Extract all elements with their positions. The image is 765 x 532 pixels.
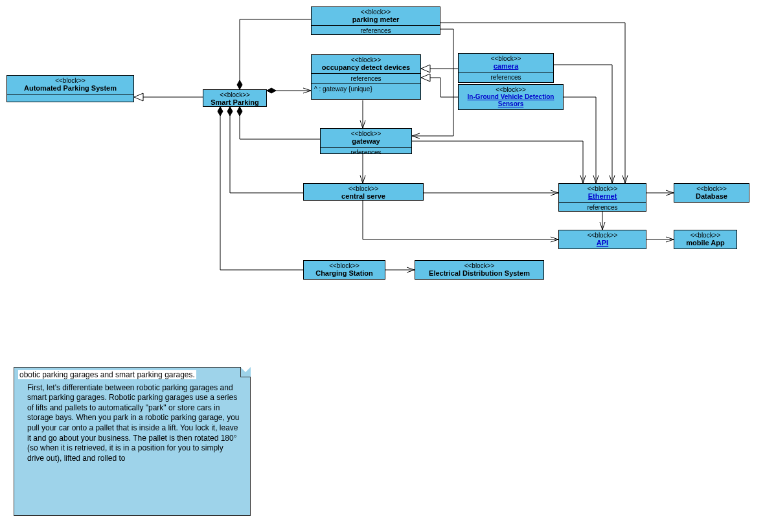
block-name: occupancy detect devices — [312, 63, 420, 73]
block-parking-meter[interactable]: <<block>> parking meter references — [311, 6, 440, 35]
block-central-serve[interactable]: <<block>> central serve — [303, 183, 424, 201]
note-robotic-vs-smart[interactable]: obotic parking garages and smart parking… — [14, 367, 251, 516]
block-name: Electrical Distribution System — [415, 269, 543, 279]
stereotype: <<block>> — [312, 7, 440, 16]
stereotype: <<block>> — [459, 54, 553, 62]
stereotype: <<block>> — [459, 85, 563, 93]
note-body: First, let's differentiate between robot… — [18, 381, 246, 464]
block-name: Database — [674, 192, 749, 202]
stereotype: <<block>> — [203, 90, 266, 98]
stereotype: <<block>> — [304, 261, 385, 269]
references-label: references — [312, 26, 440, 36]
block-in-ground-sensors[interactable]: <<block>> In-Ground Vehicle Detection Se… — [458, 84, 564, 110]
references-label: references — [312, 74, 420, 83]
property-gateway-unique: ^ : gateway {unique} — [312, 84, 420, 94]
block-name: In-Ground Vehicle Detection Sensors — [459, 93, 563, 109]
block-name: Ethernet — [559, 192, 646, 202]
block-occupancy-detect-devices[interactable]: <<block>> occupancy detect devices refer… — [311, 54, 421, 100]
stereotype: <<block>> — [415, 261, 543, 269]
block-mobile-app[interactable]: <<block>> mobile App — [674, 230, 737, 249]
note-title: obotic parking garages and smart parking… — [18, 370, 196, 379]
stereotype: <<block>> — [7, 76, 133, 84]
block-database[interactable]: <<block>> Database — [674, 183, 749, 203]
block-name: Smart Parking — [203, 98, 266, 108]
stereotype: <<block>> — [559, 184, 646, 192]
stereotype: <<block>> — [674, 230, 736, 239]
stereotype: <<block>> — [674, 184, 749, 192]
block-name: Charging Station — [304, 269, 385, 279]
block-camera[interactable]: <<block>> camera references — [458, 53, 554, 83]
stereotype: <<block>> — [312, 55, 420, 63]
stereotype: <<block>> — [304, 184, 423, 192]
block-automated-parking-system[interactable]: <<block>> Automated Parking System — [6, 75, 134, 102]
block-name: parking meter — [312, 16, 440, 25]
block-name: gateway — [321, 137, 411, 147]
references-label: references — [559, 203, 646, 212]
block-name: API — [559, 239, 646, 249]
block-charging-station[interactable]: <<block>> Charging Station — [303, 260, 385, 280]
block-api[interactable]: <<block>> API — [558, 230, 646, 249]
block-gateway[interactable]: <<block>> gateway references — [320, 128, 412, 154]
block-electrical-distribution[interactable]: <<block>> Electrical Distribution System — [415, 260, 544, 280]
block-smart-parking[interactable]: <<block>> Smart Parking — [203, 89, 267, 107]
block-name: camera — [459, 62, 553, 72]
stereotype: <<block>> — [559, 230, 646, 239]
references-label: references — [321, 148, 411, 154]
block-name: Automated Parking System — [7, 84, 133, 94]
references-label: references — [459, 72, 553, 82]
block-name: mobile App — [674, 239, 736, 249]
block-ethernet[interactable]: <<block>> Ethernet references — [558, 183, 646, 212]
stereotype: <<block>> — [321, 129, 411, 137]
block-name: central serve — [304, 192, 423, 202]
